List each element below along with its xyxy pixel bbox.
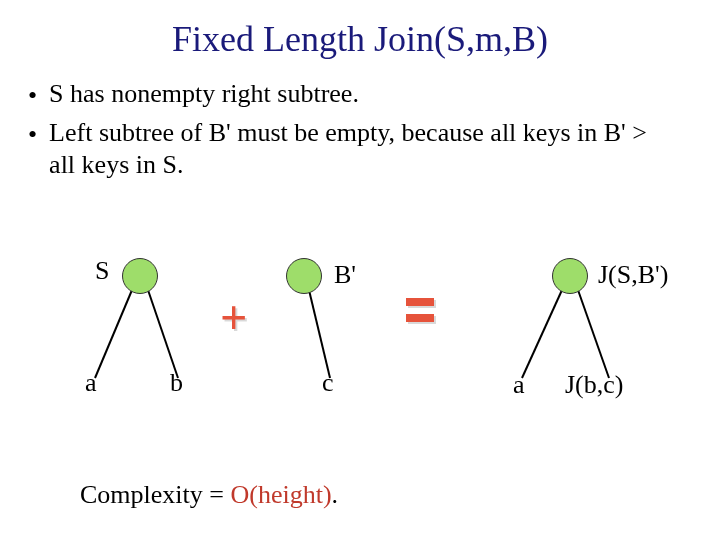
bullet-item: • Left subtree of B' must be empty, beca…	[28, 117, 720, 182]
diagram-area: S a b + B' c J(S,B') a J(b,c)	[0, 250, 720, 460]
node-jsb	[552, 258, 588, 294]
plus-icon: +	[220, 290, 247, 345]
svg-line-1	[148, 290, 178, 378]
complexity-suffix: .	[332, 480, 339, 509]
bullet-text: S has nonempty right subtree.	[49, 78, 359, 111]
label-a-left: a	[85, 368, 97, 398]
svg-line-3	[522, 290, 562, 378]
svg-line-2	[309, 290, 330, 378]
bullet-dot-icon: •	[28, 80, 37, 113]
label-a-right: a	[513, 370, 525, 400]
node-s	[122, 258, 158, 294]
label-jsb: J(S,B')	[598, 260, 668, 290]
bullet-list: • S has nonempty right subtree. • Left s…	[28, 78, 720, 182]
svg-line-0	[95, 290, 132, 378]
label-c: c	[322, 368, 334, 398]
bullet-dot-icon: •	[28, 119, 37, 152]
slide-title: Fixed Length Join(S,m,B)	[0, 18, 720, 60]
complexity-prefix: Complexity =	[80, 480, 230, 509]
svg-line-4	[578, 290, 609, 378]
bullet-text: Left subtree of B' must be empty, becaus…	[49, 117, 669, 182]
complexity-value: O(height)	[230, 480, 331, 509]
label-s: S	[95, 256, 109, 286]
label-jbc: J(b,c)	[565, 370, 623, 400]
equals-icon	[406, 298, 434, 330]
bullet-item: • S has nonempty right subtree.	[28, 78, 720, 113]
node-bprime	[286, 258, 322, 294]
label-b: b	[170, 368, 183, 398]
complexity-line: Complexity = O(height).	[80, 480, 338, 510]
label-bprime: B'	[334, 260, 356, 290]
